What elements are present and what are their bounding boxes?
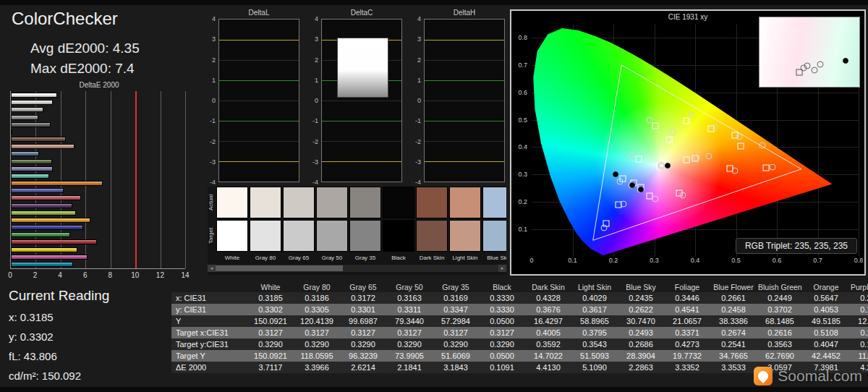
- bar-chart-tick-label: 14: [181, 271, 189, 279]
- table-cell: 62.7690: [757, 350, 803, 362]
- table-cell: 0.3617: [571, 304, 618, 315]
- swatch-label: White: [216, 253, 248, 263]
- table-cell: 0.3290: [340, 338, 386, 350]
- table-cell: 51.5093: [571, 350, 618, 362]
- delta-chart-gridline: [322, 161, 401, 162]
- delta-chart-ytick: -4: [312, 179, 318, 186]
- measured-marker: [711, 124, 718, 130]
- inset-measured-marker: [817, 61, 824, 68]
- table-cell: 0.3127: [294, 327, 340, 338]
- delta-chart-gridline: [322, 141, 401, 142]
- table-header-cell: Blue Sky: [618, 281, 664, 292]
- scroll-right-arrow-icon[interactable]: ▸: [498, 265, 506, 272]
- inset-measured-marker: [800, 65, 807, 72]
- table-cell: 3.1843: [433, 362, 479, 373]
- table-cell: 0.3127: [340, 327, 386, 338]
- table-header-cell: Dark Skin: [525, 281, 571, 292]
- measured-marker: [769, 163, 775, 170]
- swatch-target: [216, 220, 248, 252]
- deltae-bar-plot: [10, 91, 185, 269]
- table-cell: 3.3533: [710, 362, 757, 373]
- table-cell: 0.3347: [433, 304, 479, 315]
- delta-chart-gridline: [322, 101, 401, 101]
- table-header-cell: Gray 65: [340, 281, 386, 292]
- table-header-cell: Foliage: [664, 281, 710, 292]
- cie-xtick-label: 0.2: [609, 257, 618, 264]
- delta-chart-ylabels: 43210-1-2-3-4: [412, 19, 422, 182]
- table-cell: 11.4342: [849, 350, 868, 362]
- table-cell: 0.3290: [479, 338, 525, 350]
- table-cell: 49.5185: [803, 315, 849, 327]
- table-cell: 0.2674: [710, 327, 757, 338]
- swatch-actual: [349, 187, 381, 218]
- deltae-bar: [11, 210, 76, 216]
- table-cell: 28.3904: [618, 350, 664, 362]
- delta-chart-gridline: [425, 60, 504, 61]
- target-marker: [635, 156, 642, 163]
- table-cell: 0.3127: [433, 327, 479, 338]
- cie-xtick-label: 0.4: [691, 257, 700, 264]
- measured-patch-block: [337, 38, 388, 98]
- table-cell: 21.0657: [664, 315, 710, 327]
- table-cell: 0.4053: [803, 304, 849, 315]
- delta-chart-gridline: [219, 161, 299, 162]
- swatch-scroll-track[interactable]: [216, 265, 498, 272]
- scroll-left-arrow-icon[interactable]: ◂: [208, 265, 216, 272]
- swatch-label: Blue Sky: [482, 253, 506, 263]
- delta-chart-ytick: 2: [212, 56, 216, 64]
- cie-xtick-label: 0.1: [568, 257, 577, 264]
- delta-chart-ylabels: 43210-1-2-3-4: [207, 19, 217, 182]
- table-cell: 0.3563: [757, 338, 803, 350]
- table-header-cell: Black: [479, 281, 525, 292]
- delta-chart-gridline: [219, 101, 299, 101]
- cie-ytick-label: 0.4: [518, 143, 527, 150]
- table-header-row: WhiteGray 80Gray 65Gray 50Gray 35BlackDa…: [171, 281, 868, 292]
- measured-marker: [617, 178, 624, 184]
- table-row-label: Target Y: [171, 350, 247, 362]
- swatch-scroll-thumb[interactable]: [216, 265, 343, 271]
- table-cell: 0.3301: [340, 304, 386, 315]
- current-reading-x: x: 0.3185: [9, 311, 54, 323]
- table-cell: 14.7022: [525, 350, 571, 362]
- table-cell: 0.3795: [571, 327, 618, 338]
- table-cell: 0.3446: [664, 292, 710, 304]
- table-cell: 0.2622: [618, 304, 664, 315]
- table-cell: 34.7665: [710, 350, 757, 362]
- cie-panel: CIE 1931 xy 0.80.70.60.50.40.30.20.1 00.…: [510, 9, 866, 276]
- delta-chart-ytick: 2: [315, 56, 318, 64]
- delta-chart-ytick: -3: [415, 158, 421, 166]
- table-cell: 0.3163: [386, 292, 433, 304]
- table-cell: 3.3352: [664, 362, 710, 373]
- table-cell: 0.2118: [849, 327, 868, 338]
- table-cell: 0.2493: [618, 327, 664, 338]
- bar-chart-tick-label: 4: [58, 271, 62, 279]
- bar-chart-tick-label: 12: [156, 271, 164, 279]
- table-cell: 0.4047: [803, 338, 849, 350]
- table-cell: 0.3127: [479, 327, 525, 338]
- swatch-label: Dark Skin: [416, 253, 448, 263]
- swatch-scrollbar[interactable]: ◂ ▸: [208, 265, 506, 272]
- deltae-bar: [11, 239, 97, 244]
- table-cell: 0.1091: [479, 362, 525, 373]
- swatch-target: [283, 220, 315, 252]
- table-cell: 5.1090: [571, 362, 618, 373]
- delta-chart-deltah: DeltaH43210-1-2-3-4: [412, 9, 506, 187]
- swatch-target: [482, 220, 506, 252]
- table-cell: 0.3592: [525, 338, 571, 350]
- deltae-bar: [11, 232, 70, 237]
- table-cell: 96.3239: [340, 350, 386, 362]
- soomal-logo-icon: [754, 367, 773, 385]
- current-reading-fl: fL: 43.806: [9, 350, 57, 362]
- watermark-text: Soomal.com: [778, 367, 862, 385]
- delta-charts: DeltaL43210-1-2-3-4DeltaC43210-1-2-3-4De…: [207, 9, 506, 187]
- delta-chart-ytick: -1: [312, 117, 318, 124]
- delta-chart-title: DeltaC: [321, 9, 402, 17]
- table-header-cell: Blue Flower: [710, 281, 757, 292]
- swatch-panel: Actual Target WhiteGray 80Gray 65Gray 50…: [208, 187, 506, 275]
- table-cell: 99.6987: [340, 315, 386, 327]
- swatch-row-actual: [216, 187, 506, 218]
- delta-chart-ytick: 1: [315, 77, 318, 84]
- table-cell: 0.2248: [849, 292, 868, 304]
- table-row-label: Target x:CIE31: [171, 327, 247, 338]
- table-cell: 0.1898: [849, 338, 868, 350]
